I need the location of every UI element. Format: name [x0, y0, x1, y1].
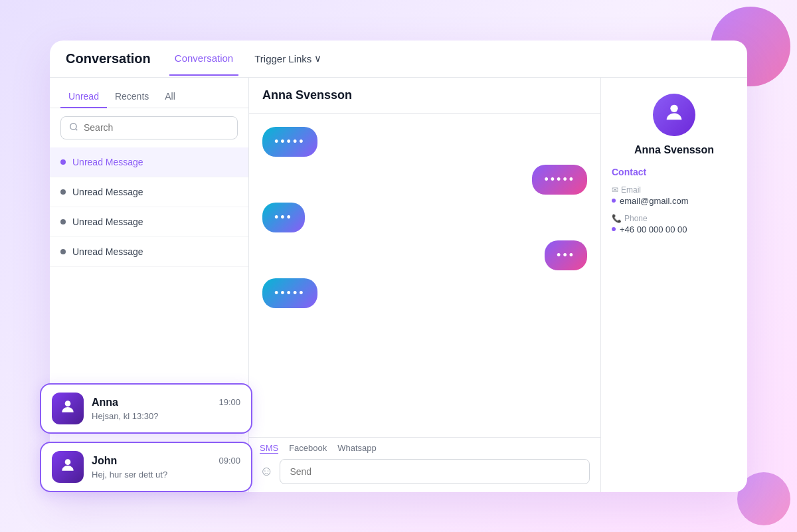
- phone-label: 📞 Phone: [612, 214, 737, 223]
- chevron-down-icon: ∨: [314, 52, 321, 64]
- message-preview: Unread Message: [72, 246, 143, 257]
- card-avatar: [52, 451, 84, 483]
- contact-name: Anna Svensson: [612, 144, 737, 156]
- floating-card-anna[interactable]: Anna 19:00 Hejsan, kl 13:30?: [40, 383, 252, 434]
- unread-dot: [60, 219, 66, 224]
- phone-icon: 📞: [612, 214, 622, 223]
- unread-dot: [60, 189, 66, 195]
- card-avatar: [52, 393, 84, 424]
- unread-dot: [60, 249, 66, 254]
- chat-messages: ••••• ••••• ••• ••• •••••: [249, 114, 600, 437]
- email-value: email@gmail.com: [612, 196, 737, 206]
- message-bubble: •••••: [262, 278, 317, 308]
- list-item[interactable]: Unread Message: [50, 147, 248, 177]
- card-time: 09:00: [219, 456, 240, 466]
- card-time: 19:00: [219, 397, 240, 407]
- search-input[interactable]: [84, 122, 229, 133]
- tab-sms[interactable]: SMS: [260, 443, 278, 454]
- message-bubble: •••: [545, 240, 587, 270]
- user-icon: [59, 398, 76, 419]
- tab-facebook[interactable]: Facebook: [289, 443, 327, 454]
- chat-contact-name: Anna Svensson: [262, 88, 352, 102]
- email-field: ✉ Email email@gmail.com: [612, 185, 737, 206]
- svg-point-4: [65, 459, 71, 465]
- card-info: Anna 19:00 Hejsan, kl 13:30?: [92, 397, 240, 421]
- avatar: [653, 94, 695, 136]
- chat-channel-tabs: SMS Facebook Whatsapp: [260, 443, 590, 454]
- svg-point-2: [670, 105, 677, 112]
- chat-input-row: ☺: [260, 459, 590, 484]
- tab-whatsapp[interactable]: Whatsapp: [337, 443, 377, 454]
- search-icon: [69, 122, 78, 133]
- tab-recents[interactable]: Recents: [107, 86, 157, 108]
- field-dot: [612, 199, 616, 203]
- email-icon: ✉: [612, 185, 618, 195]
- contact-section-title: Contact: [612, 167, 737, 177]
- nav-conversation-tab[interactable]: Conversation: [169, 42, 238, 76]
- card-name: Anna: [92, 397, 118, 408]
- message-bubble: •••••: [532, 165, 587, 195]
- card-message: Hej, hur ser dett ut?: [92, 470, 240, 480]
- message-preview: Unread Message: [72, 187, 143, 197]
- user-icon: [663, 101, 685, 128]
- user-icon: [59, 456, 76, 478]
- nav-title: Conversation: [66, 51, 151, 66]
- message-bubble: •••••: [262, 127, 317, 157]
- tab-all[interactable]: All: [157, 86, 183, 108]
- emoji-button[interactable]: ☺: [260, 464, 273, 479]
- floating-cards: Anna 19:00 Hejsan, kl 13:30? John 09:00 …: [40, 383, 252, 492]
- top-nav: Conversation Conversation Trigger Links …: [50, 41, 747, 78]
- svg-point-3: [65, 400, 71, 406]
- trigger-links-button[interactable]: Trigger Links ∨: [254, 52, 321, 64]
- floating-card-john[interactable]: John 09:00 Hej, hur ser dett ut?: [40, 442, 252, 492]
- card-info: John 09:00 Hej, hur ser dett ut?: [92, 455, 240, 480]
- list-item[interactable]: Unread Message: [50, 207, 248, 237]
- svg-point-0: [70, 123, 76, 129]
- card-message: Hejsan, kl 13:30?: [92, 411, 240, 421]
- card-name-row: Anna 19:00: [92, 397, 240, 408]
- right-panel: Anna Svensson Contact ✉ Email email@gmai…: [601, 78, 747, 492]
- card-name-row: John 09:00: [92, 455, 240, 467]
- chat-footer: SMS Facebook Whatsapp ☺: [249, 437, 600, 492]
- svg-line-1: [76, 128, 78, 130]
- sidebar-tabs: Unread Recents All: [50, 78, 248, 108]
- send-input[interactable]: [280, 459, 590, 484]
- email-label: ✉ Email: [612, 185, 737, 195]
- tab-unread[interactable]: Unread: [60, 86, 107, 108]
- chat-header: Anna Svensson: [249, 78, 600, 114]
- list-item[interactable]: Unread Message: [50, 237, 248, 267]
- message-preview: Unread Message: [72, 157, 143, 167]
- phone-value: +46 00 000 00 00: [612, 224, 737, 234]
- message-bubble: •••: [262, 203, 305, 232]
- search-box: [60, 116, 238, 139]
- message-preview: Unread Message: [72, 217, 143, 227]
- field-dot: [612, 227, 616, 231]
- list-item[interactable]: Unread Message: [50, 177, 248, 207]
- phone-field: 📞 Phone +46 00 000 00 00: [612, 214, 737, 234]
- card-name: John: [92, 455, 117, 467]
- chat-area: Anna Svensson ••••• ••••• ••• ••• ••••• …: [249, 78, 601, 492]
- unread-dot: [60, 159, 66, 165]
